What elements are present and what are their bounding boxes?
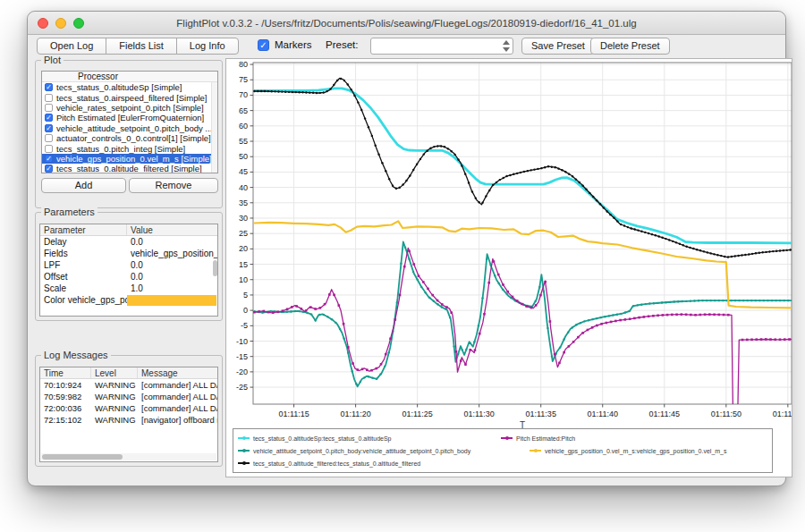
parameter-row[interactable]: Scale1.0 (40, 283, 217, 294)
field-label: vehicle_rates_setpoint_0.pitch [Simple] (56, 103, 204, 113)
svg-text:40: 40 (239, 183, 248, 192)
field-label: tecs_status_0.airspeed_filtered [Simple] (56, 93, 207, 103)
field-checkbox[interactable] (45, 104, 53, 112)
parameter-name: LPF (40, 259, 127, 271)
log-time: 70:10:924 (40, 379, 91, 391)
markers-checkbox[interactable]: ✓ (258, 39, 269, 51)
log-row[interactable]: 70:59:982WARNING[commander] ALL DAT (40, 391, 217, 402)
save-preset-button[interactable]: Save Preset (521, 38, 595, 55)
log-message: [commander] ALL DAT (138, 391, 217, 402)
parameter-value: 0.0 (127, 271, 217, 283)
svg-text:-15: -15 (236, 352, 248, 361)
svg-text:60: 60 (239, 122, 248, 131)
chart[interactable]: -25-20-15-10-505101520253035404550556065… (226, 59, 792, 435)
svg-text:-20: -20 (236, 367, 248, 376)
preset-stepper[interactable] (502, 40, 510, 52)
field-checkbox[interactable]: ✓ (45, 155, 53, 163)
plot-field-row[interactable]: tecs_status_0.airspeed_filtered [Simple] (42, 92, 217, 102)
field-checkbox[interactable] (45, 134, 53, 142)
parameter-name: Offset (40, 271, 127, 283)
field-label: tecs_status_0.altitudeSp [Simple] (56, 82, 182, 92)
field-checkbox[interactable] (45, 145, 53, 153)
parameter-value: 0.0 (127, 259, 217, 271)
log-time: 70:59:982 (40, 391, 91, 402)
legend-label: Pitch Estimated:Pitch (516, 435, 575, 442)
log-row[interactable]: 72:00:036WARNING[commander] ALL DAT (40, 402, 217, 414)
plot-field-list[interactable]: Processor ✓tecs_status_0.altitudeSp [Sim… (41, 71, 218, 173)
parameters-scrollbar-thumb[interactable] (213, 260, 217, 276)
legend-label: tecs_status_0.altitude_filtered:tecs_sta… (253, 460, 420, 467)
plot-field-row[interactable]: tecs_status_0.pitch_integ [Simple] (42, 143, 217, 153)
log-messages-table[interactable]: TimeLevelMessage 70:10:924WARNING[comman… (39, 367, 218, 462)
log-scrollbar-thumb[interactable] (42, 454, 123, 460)
field-checkbox[interactable]: ✓ (45, 114, 53, 122)
parameter-name: Color vehicle_gps_po... (40, 294, 127, 306)
color-swatch[interactable] (127, 295, 216, 306)
field-checkbox[interactable]: ✓ (45, 124, 53, 132)
field-label: Pitch Estimated [EulerFromQuaternion] (56, 113, 204, 122)
toolbar: Open Log Fields List Log Info ✓ Markers … (28, 35, 785, 58)
svg-text:15: 15 (239, 260, 248, 269)
plot-field-row[interactable]: ✓vehicle_attitude_setpoint_0.pitch_body … (42, 123, 217, 133)
log-row[interactable]: 72:15:102WARNING[navigator] offboard m (40, 414, 217, 426)
series-1 (253, 248, 792, 410)
zoom-button[interactable] (73, 18, 84, 29)
parameter-name: Delay (40, 236, 127, 248)
app-window: FlightPlot v.0.3.2 - /Users/fritz/Docume… (27, 11, 786, 486)
log-table-header: TimeLevelMessage (40, 367, 217, 379)
field-label: actuator_controls_0_0.control[1] [Simple… (56, 133, 211, 143)
parameter-value: 0.0 (127, 236, 217, 248)
minimize-button[interactable] (55, 18, 66, 29)
remove-button[interactable]: Remove (129, 178, 218, 193)
plot-field-row[interactable]: ✓tecs_status_0.altitude_filtered [Simple… (42, 164, 217, 173)
log-horizontal-scrollbar[interactable] (41, 453, 216, 460)
svg-text:01:11:50: 01:11:50 (711, 410, 741, 418)
plot-field-row[interactable]: vehicle_rates_setpoint_0.pitch [Simple] (42, 103, 217, 113)
parameter-row[interactable]: Offset0.0 (40, 271, 217, 283)
parameter-row[interactable]: Color vehicle_gps_po... (40, 294, 217, 306)
log-level: WARNING (91, 402, 138, 414)
log-message: [commander] ALL DAT (138, 379, 217, 391)
plot-field-row[interactable]: ✓tecs_status_0.altitudeSp [Simple] (42, 82, 217, 92)
log-row[interactable]: 70:10:924WARNING[commander] ALL DAT (40, 379, 217, 391)
log-info-button[interactable]: Log Info (176, 38, 239, 55)
svg-text:25: 25 (239, 229, 248, 238)
parameter-row[interactable]: LPF0.0 (40, 259, 217, 271)
plot-field-row[interactable]: ✓vehicle_gps_position_0.vel_m_s [Simple] (42, 154, 217, 164)
fields-list-button[interactable]: Fields List (106, 38, 177, 55)
field-label: tecs_status_0.altitude_filtered [Simple] (56, 164, 202, 173)
title-bar[interactable]: FlightPlot v.0.3.2 - /Users/fritz/Docume… (28, 12, 785, 35)
parameter-row[interactable]: Fieldsvehicle_gps_position_... (40, 248, 217, 259)
chart-panel: -25-20-15-10-505101520253035404550556065… (225, 58, 792, 477)
add-button[interactable]: Add (41, 178, 126, 193)
preset-combo[interactable] (370, 38, 513, 55)
legend-item: tecs_status_0.altitude_filtered:tecs_sta… (238, 457, 524, 469)
log-time: 72:15:102 (40, 414, 91, 426)
delete-preset-button[interactable]: Delete Preset (590, 38, 670, 55)
svg-text:01:11:15: 01:11:15 (278, 410, 309, 418)
field-checkbox[interactable]: ✓ (45, 83, 53, 91)
svg-text:35: 35 (239, 198, 248, 207)
close-button[interactable] (38, 18, 48, 29)
svg-text:01:11:25: 01:11:25 (402, 410, 432, 418)
svg-text:45: 45 (239, 167, 248, 176)
plot-list-scrollbar[interactable] (211, 82, 217, 173)
legend-item: vehicle_gps_position_0.vel_m_s:vehicle_g… (530, 444, 760, 457)
plot-field-row[interactable]: ✓Pitch Estimated [EulerFromQuaternion] (42, 113, 217, 122)
field-label: vehicle_attitude_setpoint_0.pitch_body .… (56, 123, 212, 133)
field-label: tecs_status_0.pitch_integ [Simple] (56, 144, 185, 154)
svg-text:0: 0 (243, 306, 248, 315)
field-checkbox[interactable] (45, 94, 53, 102)
field-checkbox[interactable]: ✓ (45, 165, 53, 173)
log-level: WARNING (91, 391, 138, 402)
svg-text:75: 75 (239, 75, 248, 84)
open-log-button[interactable]: Open Log (37, 38, 106, 55)
plot-field-row[interactable]: actuator_controls_0_0.control[1] [Simple… (42, 133, 217, 143)
legend-item: Pitch Estimated:Pitch (501, 432, 635, 444)
parameter-name: Scale (40, 283, 127, 294)
window-title: FlightPlot v.0.3.2 - /Users/fritz/Docume… (90, 12, 723, 35)
parameter-value: vehicle_gps_position_... (127, 248, 217, 259)
parameters-table[interactable]: ParameterValue Delay0.0Fieldsvehicle_gps… (39, 224, 218, 317)
parameter-row[interactable]: Delay0.0 (40, 236, 217, 248)
series-4 (253, 78, 792, 258)
